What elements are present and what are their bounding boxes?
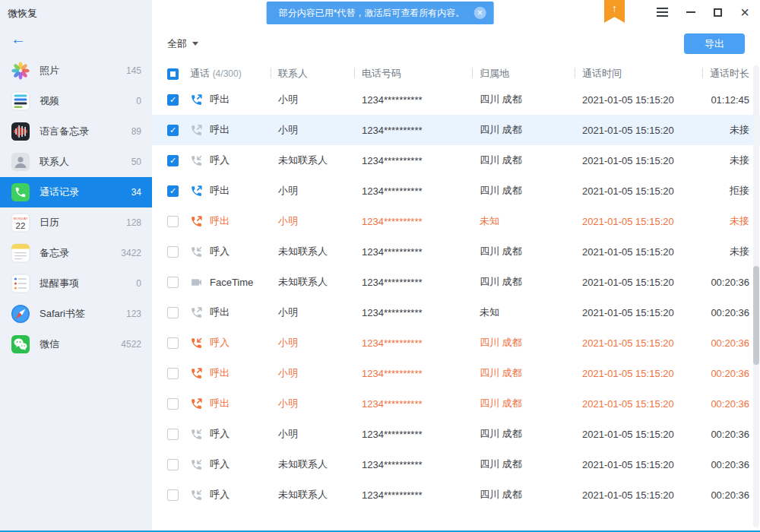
sidebar-item-label: Safari书签 xyxy=(40,307,126,321)
menu-icon[interactable] xyxy=(657,6,668,18)
row-checkbox[interactable] xyxy=(167,489,179,501)
row-checkbox[interactable] xyxy=(167,155,179,166)
call-type: 呼出 xyxy=(210,123,278,137)
call-type: 呼入 xyxy=(210,427,278,441)
outgoing-call-icon xyxy=(190,367,203,380)
column-header-call: 通话 (4/300) xyxy=(190,67,278,81)
table-row[interactable]: 呼出 小明 1234********** 四川 成都 2021-01-05 15… xyxy=(152,115,760,145)
select-all-checkbox[interactable] xyxy=(167,68,179,80)
table-row[interactable]: 呼出 小明 1234********** 四川 成都 2021-01-05 15… xyxy=(152,388,760,419)
banner-text: 部分内容已用*代替，激活后可查看所有内容。 xyxy=(279,7,465,20)
table-row[interactable]: FaceTime 未知联系人 1234********** 四川 成都 2021… xyxy=(152,267,760,297)
row-checkbox[interactable] xyxy=(167,246,179,258)
contact-name: 小明 xyxy=(278,214,362,228)
table-row[interactable]: 呼入 小明 1234********** 四川 成都 2021-01-05 15… xyxy=(152,419,760,449)
sidebar-item-videos[interactable]: 视频 0 xyxy=(0,86,152,116)
table-row[interactable]: 呼出 小明 1234********** 四川 成都 2021-01-05 15… xyxy=(152,176,760,206)
region: 四川 成都 xyxy=(480,154,582,167)
row-checkbox[interactable] xyxy=(167,429,179,440)
svg-text:MONDAY: MONDAY xyxy=(14,217,28,220)
region: 四川 成都 xyxy=(480,336,582,350)
voice-memos-icon xyxy=(11,122,30,141)
call-time: 2021-01-05 15:15:20 xyxy=(582,459,710,470)
phone-number: 1234********** xyxy=(362,337,480,349)
call-type: 呼出 xyxy=(210,397,278,410)
call-duration: 00:20:36 xyxy=(710,277,749,288)
table-row[interactable]: 呼出 小明 1234********** 未知 2021-01-05 15:15… xyxy=(152,206,760,236)
sidebar-item-safari[interactable]: Safari书签 123 xyxy=(0,299,152,329)
wechat-icon xyxy=(11,334,30,354)
sidebar-item-count: 50 xyxy=(131,157,141,167)
call-time: 2021-01-05 15:15:20 xyxy=(582,185,710,197)
close-button[interactable]: × xyxy=(740,6,749,18)
call-type: 呼出 xyxy=(210,184,278,198)
call-duration: 00:20:36 xyxy=(710,398,749,410)
table-row[interactable]: 呼出 小明 1234********** 未知 2021-01-05 15:15… xyxy=(152,297,760,328)
row-checkbox[interactable] xyxy=(167,398,179,410)
scrollbar-thumb[interactable] xyxy=(753,266,759,365)
calendar-icon: MONDAY22 xyxy=(11,213,30,233)
row-checkbox[interactable] xyxy=(167,185,179,197)
selected-count: (4/300) xyxy=(213,68,242,79)
table-row[interactable]: 呼入 小明 1234********** 四川 成都 2021-01-05 15… xyxy=(152,328,760,358)
region: 四川 成都 xyxy=(480,184,582,198)
sidebar-item-voice-memos[interactable]: 语言备忘录 89 xyxy=(0,116,152,147)
filter-dropdown[interactable]: 全部 xyxy=(167,37,198,51)
window-controls: × xyxy=(657,6,749,18)
call-time: 2021-01-05 15:15:20 xyxy=(582,337,710,349)
contact-name: 未知联系人 xyxy=(278,458,362,471)
phone-number: 1234********** xyxy=(362,246,480,258)
sidebar-item-label: 通话记录 xyxy=(40,185,131,199)
maximize-button[interactable] xyxy=(714,6,722,18)
sidebar-item-call-log[interactable]: 通话记录 34 xyxy=(0,177,152,207)
sidebar-list: 照片 145 视频 0 语言备忘录 89 联系人 50 通话记录 34 MOND… xyxy=(0,55,152,359)
app-window: 微恢复 ← 照片 145 视频 0 语言备忘录 89 联系人 50 通话记录 3… xyxy=(0,0,760,532)
notes-icon xyxy=(11,243,30,263)
sidebar-item-calendar[interactable]: MONDAY22 日历 128 xyxy=(0,207,152,238)
table-row[interactable]: 呼入 未知联系人 1234********** 四川 成都 2021-01-05… xyxy=(152,236,760,267)
row-checkbox[interactable] xyxy=(167,94,179,106)
notification-banner: 部分内容已用*代替，激活后可查看所有内容。 × xyxy=(267,2,494,24)
row-checkbox[interactable] xyxy=(167,307,179,318)
region: 四川 成都 xyxy=(480,397,582,410)
row-checkbox[interactable] xyxy=(167,216,179,227)
minimize-button[interactable] xyxy=(686,6,695,18)
contact-name: 小明 xyxy=(278,366,362,380)
toolbar: 全部 导出 xyxy=(152,33,760,54)
call-time: 2021-01-05 15:15:20 xyxy=(582,307,710,318)
sidebar-item-reminders[interactable]: 提醒事项 0 xyxy=(0,268,152,299)
table-row[interactable]: 呼入 未知联系人 1234********** 四川 成都 2021-01-05… xyxy=(152,480,760,510)
phone-number: 1234********** xyxy=(362,429,480,440)
export-button[interactable]: 导出 xyxy=(684,33,745,54)
sidebar-item-count: 123 xyxy=(126,309,141,319)
sidebar-item-notes[interactable]: 备忘录 3422 xyxy=(0,238,152,268)
table-row[interactable]: 呼入 未知联系人 1234********** 四川 成都 2021-01-05… xyxy=(152,449,760,480)
column-header-duration: 通话时长 xyxy=(710,67,749,81)
call-time: 2021-01-05 15:15:20 xyxy=(582,429,710,440)
table-row[interactable]: 呼入 未知联系人 1234********** 四川 成都 2021-01-05… xyxy=(152,145,760,176)
phone-number: 1234********** xyxy=(362,398,480,410)
column-header-contact: 联系人 xyxy=(278,67,362,81)
call-duration: 未接 xyxy=(710,123,749,137)
row-checkbox[interactable] xyxy=(167,125,179,136)
table-row[interactable]: 呼出 小明 1234********** 四川 成都 2021-01-05 15… xyxy=(152,84,760,115)
call-duration: 00:20:36 xyxy=(710,307,749,318)
sidebar-item-contacts[interactable]: 联系人 50 xyxy=(0,147,152,177)
table-row[interactable]: 呼出 小明 1234********** 四川 成都 2021-01-05 15… xyxy=(152,358,760,388)
banner-close-icon[interactable]: × xyxy=(473,7,486,19)
facetime-call-icon xyxy=(190,276,203,289)
back-button[interactable]: ← xyxy=(11,31,29,46)
row-checkbox[interactable] xyxy=(167,337,179,349)
phone-number: 1234********** xyxy=(362,216,480,227)
contact-name: 未知联系人 xyxy=(278,275,362,289)
sidebar-item-wechat[interactable]: 微信 4522 xyxy=(0,329,152,359)
phone-number: 1234********** xyxy=(362,307,480,318)
contact-name: 小明 xyxy=(278,306,362,319)
row-checkbox[interactable] xyxy=(167,459,179,470)
row-checkbox[interactable] xyxy=(167,277,179,288)
incoming-call-icon xyxy=(190,154,203,167)
sidebar-item-label: 日历 xyxy=(40,216,126,230)
sidebar-item-photos[interactable]: 照片 145 xyxy=(0,55,152,86)
incoming-call-icon xyxy=(190,458,203,471)
row-checkbox[interactable] xyxy=(167,368,179,379)
